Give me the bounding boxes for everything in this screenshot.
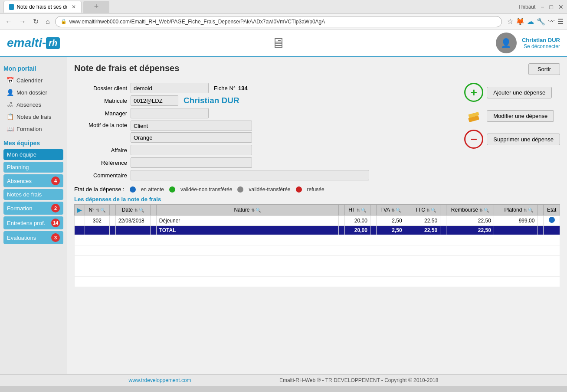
user-name[interactable]: Christian DUR [522,37,560,43]
home-button[interactable]: ⌂ [44,17,52,26]
team-btn-planning[interactable]: Planning [3,162,63,173]
new-tab-button[interactable]: + [83,1,109,13]
th-plafond[interactable]: Plafond ⇅🔍 [500,205,537,216]
restore-button[interactable]: □ [550,3,553,10]
th-date-sort [150,205,156,216]
footer-link[interactable]: www.trdeveloppement.com [129,377,191,383]
td-num: 302 [85,216,110,226]
th-expand: ▶ [75,205,85,216]
team-btn-formation[interactable]: Formation 2 [3,202,63,215]
total-empty5 [338,226,344,235]
menu-icon[interactable]: ☰ [557,17,564,26]
th-date[interactable]: Date ⇅🔍 [115,205,150,216]
th-ht-sort [370,205,376,216]
eraser-icon[interactable] [464,106,483,125]
browser-tab[interactable]: Note de frais et ses dépe... ✕ [3,1,82,13]
reference-input[interactable] [131,157,252,168]
th-nature[interactable]: Nature ⇅🔍 [156,205,338,216]
sidebar-label-calendrier: Calendrier [16,77,43,84]
th-plafond-sort [538,205,544,216]
table-empty-row-5 [75,277,560,287]
form-row-affaire: Affaire [74,145,457,155]
delete-icon[interactable]: − [464,130,483,149]
addon-icon[interactable]: 🔧 [537,17,545,26]
user-avatar: 👤 [496,33,517,53]
td-date: 22/03/2018 [115,216,150,226]
extension-icon[interactable]: 🦊 [516,17,524,26]
sidebar-item-mon-dossier[interactable]: 👤 Mon dossier [3,87,63,98]
add-icon[interactable]: + [464,83,483,102]
sidebar-item-formation[interactable]: 📖 Formation [3,123,63,134]
team-btn-evaluations[interactable]: Evaluations 3 [3,231,63,244]
browser-navbar: ← → ↻ ⌂ 🔒 www.emaltirhweb000.com/Emalti_… [0,14,567,29]
add-depense-button[interactable]: Ajouter une dépense [487,87,552,98]
th-etat[interactable]: Etat [544,205,560,216]
page-title: Note de frais et dépenses [74,63,179,73]
sidebar-item-absences[interactable]: 🏖 Absences [3,99,63,110]
wave-icon[interactable]: 〰 [548,18,555,26]
td-rembourse-sort [494,216,500,226]
badge-evaluations: 3 [51,233,60,242]
minimize-button[interactable]: − [541,3,544,10]
legend: Etat de la dépense : en attente validée-… [74,186,560,193]
tab-favicon [9,4,14,10]
sortir-button[interactable]: Sortir [528,63,560,75]
calendar-icon: 📅 [6,76,14,84]
logout-link[interactable]: Se déconnecter [522,43,560,49]
forward-button[interactable]: → [17,17,28,26]
team-btn-entretiens-label: Entretiens prof. [7,220,45,226]
matricule-input[interactable] [131,95,178,106]
refresh-button[interactable]: ↻ [31,16,40,26]
commentaire-input[interactable] [131,170,369,180]
th-rembourse[interactable]: Remboursé ⇅🔍 [446,205,494,216]
sidebar-item-notes-frais[interactable]: 📋 Notes de frais [3,111,63,122]
form-row-manager: Manager [74,108,457,118]
team-btn-entretiens[interactable]: Entretiens prof. 14 [3,216,63,229]
manager-input[interactable] [131,108,209,118]
th-tva-sort [405,205,411,216]
total-empty3 [115,226,150,235]
browser-nav-icons: ☆ 🦊 ☁ 🔧 〰 ☰ [507,17,564,26]
sidebar-section-1-title[interactable]: Mon portail [3,65,63,72]
logo-text: emalti- [7,36,46,50]
team-btn-absences-label: Absences [7,178,32,184]
app-header: emalti- rh 🖥 👤 Christian DUR Se déconnec… [0,29,567,57]
expand-icon[interactable]: ▶ [77,206,82,213]
modify-depense-button[interactable]: Modifier une dépense [487,110,554,122]
back-button[interactable]: ← [3,17,14,26]
legend-label-validee: validée-transférée [249,186,290,193]
empty-cell-1 [75,235,560,245]
affaire-input[interactable] [131,145,252,155]
employee-name: Christian DUR [184,96,239,105]
matricule-label: Matricule [74,98,131,104]
th-num[interactable]: N° ⇅🔍 [85,205,110,216]
sidebar-label-formation: Formation [16,126,42,132]
delete-depense-button[interactable]: Supprimer une dépense [487,134,560,145]
form-row-commentaire: Commentaire [74,170,457,180]
modify-action-row: Modifier une dépense [464,106,560,125]
close-button[interactable]: ✕ [558,3,564,10]
sync-icon[interactable]: ☁ [527,17,534,26]
star-icon[interactable]: ☆ [507,17,513,26]
horizontal-scrollbar[interactable] [0,386,567,392]
team-btn-absences[interactable]: Absences 4 [3,174,63,187]
legend-dot-blue [130,186,136,193]
center-icon: 🖥 [271,35,285,51]
badge-entretiens: 14 [51,219,60,227]
motif-input-1[interactable] [131,121,252,131]
sidebar-section-2-title[interactable]: Mes équipes [3,140,63,147]
motif-input-2[interactable] [131,132,252,143]
sidebar-item-calendrier[interactable]: 📅 Calendrier [3,75,63,86]
th-ttc[interactable]: TTC ⇅🔍 [411,205,440,216]
team-btn-mon-equipe[interactable]: Mon équipe [3,149,63,160]
team-btn-notes-frais[interactable]: Notes de frais [3,189,63,200]
dossier-input[interactable] [131,83,209,93]
th-tva[interactable]: TVA ⇅🔍 [376,205,405,216]
logo-rh: rh [46,37,60,49]
sidebar-label-mon-dossier: Mon dossier [16,89,47,96]
legend-label-validee-non: validée-non transférée [180,186,232,193]
legend-label-en-attente: en attente [141,186,164,193]
th-ht[interactable]: HT ⇅🔍 [344,205,370,216]
tab-close-icon[interactable]: ✕ [72,4,76,10]
address-bar[interactable]: 🔒 www.emaltirhweb000.com/Emalti_RH_Web/P… [55,16,502,27]
